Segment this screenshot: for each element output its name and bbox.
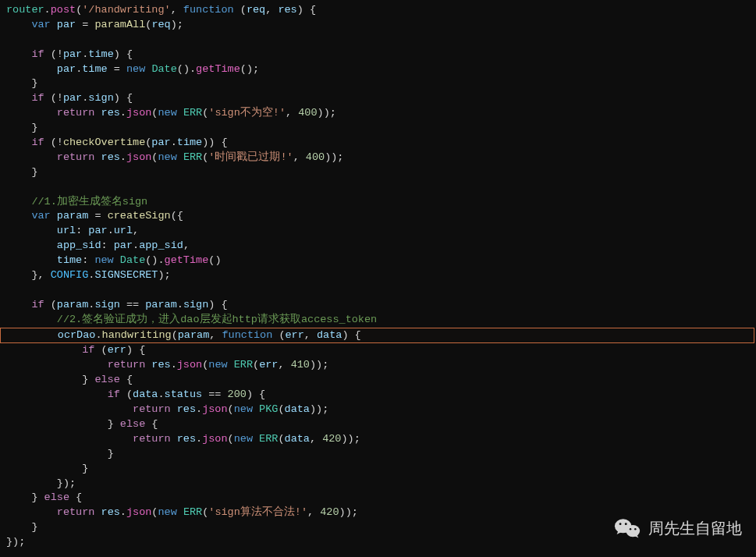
- code-line[interactable]: return res.json(new ERR(data, 420));: [6, 432, 756, 447]
- code-line[interactable]: var param = createSign({: [6, 209, 756, 224]
- watermark-text: 周先生自留地: [648, 517, 742, 539]
- code-line[interactable]: if (!par.sign) {: [6, 91, 756, 106]
- code-line[interactable]: }, CONFIG.SIGNSECRET);: [6, 268, 756, 283]
- code-line[interactable]: router.post('/handwriting', function (re…: [6, 3, 756, 18]
- svg-point-4: [630, 528, 632, 530]
- code-line[interactable]: app_sid: par.app_sid,: [6, 239, 756, 254]
- code-line[interactable]: }: [6, 165, 756, 180]
- watermark: 周先生自留地: [614, 515, 742, 541]
- code-line[interactable]: } else {: [6, 491, 756, 506]
- code-line[interactable]: } else {: [6, 373, 756, 388]
- svg-point-5: [634, 528, 637, 530]
- code-line[interactable]: if (err) {: [6, 343, 756, 358]
- code-line[interactable]: if (!checkOvertime(par.time)) {: [6, 136, 756, 151]
- code-line[interactable]: return res.json(new ERR('sign不为空!', 400)…: [6, 106, 756, 121]
- code-line[interactable]: if (data.status == 200) {: [6, 388, 756, 403]
- code-line[interactable]: par.time = new Date().getTime();: [6, 62, 756, 77]
- code-line[interactable]: }: [6, 462, 756, 477]
- code-line[interactable]: [6, 180, 756, 195]
- code-editor[interactable]: router.post('/handwriting', function (re…: [0, 0, 756, 550]
- svg-point-2: [619, 523, 622, 525]
- svg-point-3: [625, 523, 627, 525]
- code-line[interactable]: return res.json(new PKG(data));: [6, 403, 756, 417]
- code-line[interactable]: return res.json(new ERR('时间戳已过期!', 400))…: [6, 151, 756, 165]
- code-line[interactable]: }: [6, 447, 756, 462]
- code-line[interactable]: //2.签名验证成功，进入dao层发起http请求获取access_token: [6, 313, 756, 328]
- code-line[interactable]: });: [6, 477, 756, 491]
- code-line[interactable]: if (param.sign == param.sign) {: [6, 298, 756, 313]
- code-line[interactable]: //1.加密生成签名sign: [6, 195, 756, 210]
- svg-point-1: [626, 525, 640, 537]
- code-line[interactable]: return res.json(new ERR(err, 410));: [6, 358, 756, 373]
- code-line[interactable]: [6, 283, 756, 298]
- code-line[interactable]: url: par.url,: [6, 224, 756, 239]
- code-line[interactable]: var par = paramAll(req);: [6, 18, 756, 33]
- code-line[interactable]: }: [6, 76, 756, 91]
- code-line[interactable]: ocrDao.handwriting(param, function (err,…: [0, 328, 754, 344]
- code-line[interactable]: } else {: [6, 417, 756, 432]
- code-line[interactable]: [6, 33, 756, 48]
- code-line[interactable]: }: [6, 121, 756, 136]
- code-line[interactable]: if (!par.time) {: [6, 48, 756, 62]
- wechat-icon: [614, 515, 641, 541]
- code-line[interactable]: time: new Date().getTime(): [6, 254, 756, 268]
